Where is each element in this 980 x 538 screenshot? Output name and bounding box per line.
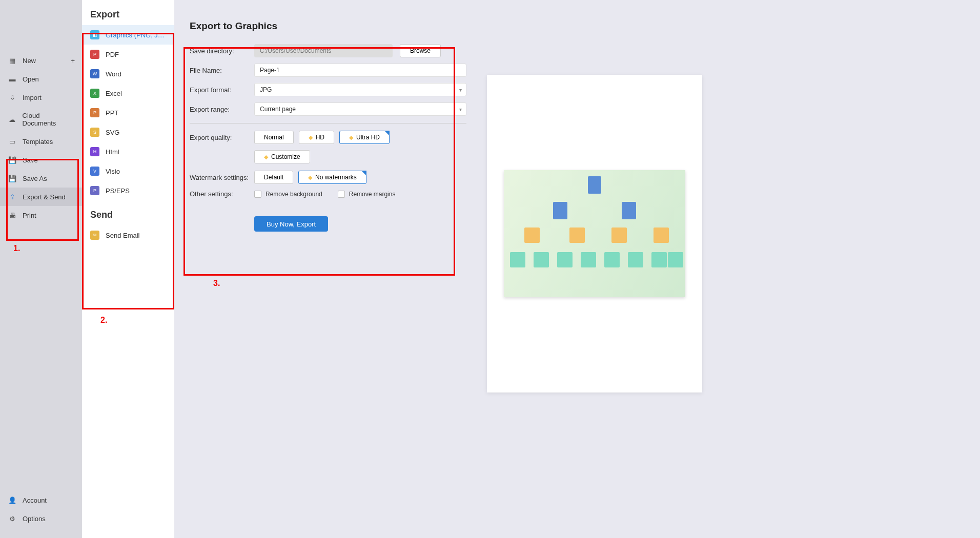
file-name-row: File Name: bbox=[190, 64, 466, 77]
other-options: Remove background Remove margins bbox=[254, 191, 395, 198]
watermark-label: Watermark settings: bbox=[190, 174, 254, 181]
checkbox-icon bbox=[254, 191, 261, 198]
other-row: Other settings: Remove background Remove… bbox=[190, 190, 466, 198]
diamond-icon: ◆ bbox=[309, 134, 313, 141]
form-title: Export to Graphics bbox=[190, 20, 466, 32]
menu-print[interactable]: 🖶 Print bbox=[0, 206, 82, 224]
watermark-default[interactable]: Default bbox=[254, 171, 293, 184]
org-chart-node bbox=[654, 227, 669, 243]
quality-hd[interactable]: ◆HD bbox=[299, 131, 334, 144]
org-chart-node bbox=[569, 227, 585, 243]
selected-corner-icon bbox=[384, 131, 390, 136]
menu-templates-label: Templates bbox=[23, 138, 53, 146]
menu-account[interactable]: 👤 Account bbox=[0, 491, 82, 509]
plus-icon: ▦ bbox=[8, 56, 16, 65]
org-chart-node bbox=[510, 252, 525, 267]
quality-customize[interactable]: ◆Customize bbox=[254, 150, 310, 163]
range-select[interactable]: Current page bbox=[254, 102, 466, 116]
folder-icon: ▬ bbox=[8, 75, 16, 83]
export-html-label: Html bbox=[106, 148, 119, 156]
org-chart-node bbox=[622, 202, 636, 219]
account-icon: 👤 bbox=[8, 496, 16, 504]
html-icon: H bbox=[90, 147, 99, 156]
export-word[interactable]: W Word bbox=[82, 64, 174, 84]
remove-margins-checkbox[interactable]: Remove margins bbox=[338, 191, 396, 198]
menu-options[interactable]: ⚙ Options bbox=[0, 509, 82, 528]
checkbox-icon bbox=[338, 191, 345, 198]
quality-ultra-hd[interactable]: ◆Ultra HD bbox=[339, 131, 390, 144]
export-ps-label: PS/EPS bbox=[106, 187, 130, 195]
menu-cloud-label: Cloud Documents bbox=[23, 112, 74, 127]
graphics-icon: ◧ bbox=[90, 30, 99, 39]
add-icon[interactable]: + bbox=[71, 57, 75, 65]
export-svg[interactable]: S SVG bbox=[82, 122, 174, 142]
visio-icon: V bbox=[90, 167, 99, 176]
export-excel[interactable]: X Excel bbox=[82, 84, 174, 103]
customize-row: ◆Customize bbox=[254, 150, 466, 163]
range-label: Export range: bbox=[190, 106, 254, 113]
export-visio-label: Visio bbox=[106, 168, 120, 175]
menu-import[interactable]: ⇩ Import bbox=[0, 88, 82, 107]
send-email-label: Send Email bbox=[106, 232, 139, 239]
export-ps[interactable]: P PS/EPS bbox=[82, 181, 174, 200]
menu-save[interactable]: 💾 Save bbox=[0, 151, 82, 169]
import-icon: ⇩ bbox=[8, 93, 16, 101]
selected-corner-icon bbox=[361, 171, 366, 176]
send-email[interactable]: ✉ Send Email bbox=[82, 225, 174, 245]
watermark-options: Default ◆No watermarks bbox=[254, 171, 366, 184]
export-html[interactable]: H Html bbox=[82, 142, 174, 161]
template-icon: ▭ bbox=[8, 137, 16, 146]
org-chart-node bbox=[524, 227, 540, 243]
browse-button[interactable]: Browse bbox=[400, 44, 441, 57]
watermark-none[interactable]: ◆No watermarks bbox=[298, 171, 366, 184]
format-select[interactable]: JPG bbox=[254, 83, 466, 96]
format-value: JPG bbox=[260, 86, 272, 93]
quality-options: Normal ◆HD ◆Ultra HD bbox=[254, 131, 390, 144]
menu-new[interactable]: ▦ New + bbox=[0, 51, 82, 70]
org-chart-node bbox=[581, 252, 596, 267]
export-form: Export to Graphics Save directory: Brows… bbox=[190, 20, 466, 232]
org-chart-node bbox=[588, 176, 601, 194]
menu-save-label: Save bbox=[23, 156, 38, 164]
export-pdf-label: PDF bbox=[106, 51, 119, 58]
save-dir-input bbox=[254, 44, 393, 57]
divider bbox=[190, 123, 466, 123]
quality-label: Export quality: bbox=[190, 134, 254, 141]
excel-icon: X bbox=[90, 89, 99, 98]
org-chart-node bbox=[553, 202, 567, 219]
menu-open-label: Open bbox=[23, 75, 39, 83]
menu-export-send[interactable]: ⇪ Export & Send bbox=[0, 188, 82, 206]
menu-cloud[interactable]: ☁ Cloud Documents bbox=[0, 107, 82, 132]
menu-open[interactable]: ▬ Open bbox=[0, 70, 82, 88]
menu-options-label: Options bbox=[23, 515, 46, 523]
send-header: Send bbox=[82, 200, 174, 225]
export-visio[interactable]: V Visio bbox=[82, 161, 174, 181]
ps-icon: P bbox=[90, 186, 99, 195]
export-ppt[interactable]: P PPT bbox=[82, 103, 174, 122]
email-icon: ✉ bbox=[90, 231, 99, 240]
quality-row: Export quality: Normal ◆HD ◆Ultra HD bbox=[190, 131, 466, 144]
file-name-input[interactable] bbox=[254, 64, 466, 77]
save-dir-label: Save directory: bbox=[190, 47, 254, 55]
export-header: Export bbox=[82, 0, 174, 25]
org-chart-node bbox=[651, 252, 667, 267]
remove-background-checkbox[interactable]: Remove background bbox=[254, 191, 322, 198]
menu-save-as[interactable]: 💾 Save As bbox=[0, 169, 82, 188]
export-submit-button[interactable]: Buy Now, Export bbox=[254, 216, 328, 232]
preview-image bbox=[504, 170, 685, 297]
menu-print-label: Print bbox=[23, 212, 36, 219]
org-chart-node bbox=[668, 252, 683, 267]
quality-normal[interactable]: Normal bbox=[254, 131, 294, 144]
org-chart-node bbox=[557, 252, 573, 267]
export-word-label: Word bbox=[106, 70, 121, 78]
export-pdf[interactable]: P PDF bbox=[82, 45, 174, 64]
ppt-icon: P bbox=[90, 108, 99, 117]
range-value: Current page bbox=[260, 106, 296, 113]
sidebar-bottom: 👤 Account ⚙ Options bbox=[0, 491, 82, 528]
menu-import-label: Import bbox=[23, 94, 42, 101]
export-graphics[interactable]: ◧ Graphics (PNG, JPG e... bbox=[82, 25, 174, 45]
menu-templates[interactable]: ▭ Templates bbox=[0, 132, 82, 151]
cloud-icon: ☁ bbox=[8, 115, 16, 123]
export-icon: ⇪ bbox=[8, 193, 16, 201]
range-row: Export range: Current page bbox=[190, 102, 466, 116]
